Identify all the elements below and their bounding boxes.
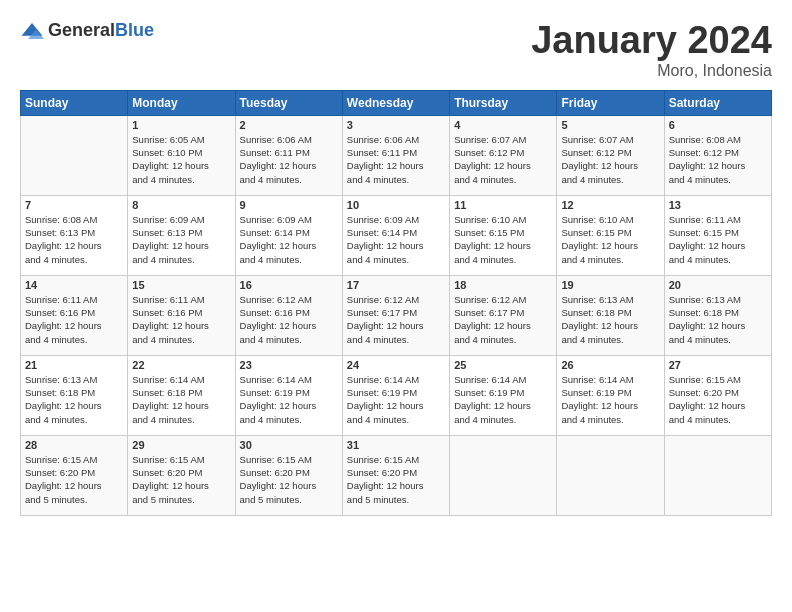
- day-info-line: Daylight: 12 hours: [347, 400, 424, 411]
- day-info-line: and 5 minutes.: [25, 494, 87, 505]
- day-info-line: and 4 minutes.: [454, 334, 516, 345]
- logo-icon: [20, 21, 44, 41]
- calendar-table: Sunday Monday Tuesday Wednesday Thursday…: [20, 90, 772, 516]
- day-info-line: Sunset: 6:11 PM: [347, 147, 417, 158]
- day-number: 2: [240, 119, 338, 131]
- day-number: 23: [240, 359, 338, 371]
- day-info-line: Sunrise: 6:10 AM: [561, 214, 633, 225]
- day-number: 12: [561, 199, 659, 211]
- title-block: January 2024 Moro, Indonesia: [531, 20, 772, 80]
- day-number: 6: [669, 119, 767, 131]
- day-info-line: Daylight: 12 hours: [454, 320, 531, 331]
- day-info-line: Sunrise: 6:14 AM: [347, 374, 419, 385]
- day-number: 17: [347, 279, 445, 291]
- day-info: Sunrise: 6:10 AMSunset: 6:15 PMDaylight:…: [454, 213, 552, 266]
- day-info-line: and 5 minutes.: [132, 494, 194, 505]
- day-info-line: Sunset: 6:20 PM: [132, 467, 202, 478]
- day-info-line: Sunrise: 6:15 AM: [347, 454, 419, 465]
- day-info-line: and 4 minutes.: [347, 334, 409, 345]
- day-info-line: Daylight: 12 hours: [132, 400, 209, 411]
- col-monday: Monday: [128, 90, 235, 115]
- day-info: Sunrise: 6:10 AMSunset: 6:15 PMDaylight:…: [561, 213, 659, 266]
- calendar-cell: 28Sunrise: 6:15 AMSunset: 6:20 PMDayligh…: [21, 435, 128, 515]
- day-info-line: Daylight: 12 hours: [561, 240, 638, 251]
- day-info: Sunrise: 6:08 AMSunset: 6:12 PMDaylight:…: [669, 133, 767, 186]
- day-info-line: and 4 minutes.: [132, 414, 194, 425]
- day-info: Sunrise: 6:12 AMSunset: 6:16 PMDaylight:…: [240, 293, 338, 346]
- calendar-cell: 7Sunrise: 6:08 AMSunset: 6:13 PMDaylight…: [21, 195, 128, 275]
- day-info-line: Sunset: 6:10 PM: [132, 147, 202, 158]
- logo: GeneralBlue: [20, 20, 154, 41]
- calendar-cell: 18Sunrise: 6:12 AMSunset: 6:17 PMDayligh…: [450, 275, 557, 355]
- calendar-cell: [557, 435, 664, 515]
- calendar-week-5: 28Sunrise: 6:15 AMSunset: 6:20 PMDayligh…: [21, 435, 772, 515]
- day-info-line: Sunrise: 6:12 AM: [240, 294, 312, 305]
- day-number: 28: [25, 439, 123, 451]
- day-info-line: and 5 minutes.: [240, 494, 302, 505]
- day-info-line: Sunset: 6:20 PM: [25, 467, 95, 478]
- day-info: Sunrise: 6:15 AMSunset: 6:20 PMDaylight:…: [132, 453, 230, 506]
- day-info-line: and 4 minutes.: [25, 334, 87, 345]
- day-info-line: Sunset: 6:16 PM: [240, 307, 310, 318]
- calendar-cell: 23Sunrise: 6:14 AMSunset: 6:19 PMDayligh…: [235, 355, 342, 435]
- day-number: 27: [669, 359, 767, 371]
- day-number: 18: [454, 279, 552, 291]
- day-number: 31: [347, 439, 445, 451]
- day-info: Sunrise: 6:14 AMSunset: 6:19 PMDaylight:…: [561, 373, 659, 426]
- day-info-line: Daylight: 12 hours: [561, 160, 638, 171]
- col-thursday: Thursday: [450, 90, 557, 115]
- day-info: Sunrise: 6:11 AMSunset: 6:16 PMDaylight:…: [25, 293, 123, 346]
- day-info-line: and 4 minutes.: [669, 254, 731, 265]
- calendar-cell: 5Sunrise: 6:07 AMSunset: 6:12 PMDaylight…: [557, 115, 664, 195]
- day-info-line: Sunrise: 6:15 AM: [669, 374, 741, 385]
- day-number: 10: [347, 199, 445, 211]
- day-info-line: Sunset: 6:13 PM: [25, 227, 95, 238]
- day-info: Sunrise: 6:14 AMSunset: 6:18 PMDaylight:…: [132, 373, 230, 426]
- day-info-line: Sunset: 6:13 PM: [132, 227, 202, 238]
- day-info-line: Daylight: 12 hours: [347, 320, 424, 331]
- calendar-cell: 1Sunrise: 6:05 AMSunset: 6:10 PMDaylight…: [128, 115, 235, 195]
- day-info-line: and 4 minutes.: [454, 254, 516, 265]
- day-info-line: Sunrise: 6:08 AM: [669, 134, 741, 145]
- calendar-cell: 9Sunrise: 6:09 AMSunset: 6:14 PMDaylight…: [235, 195, 342, 275]
- day-info-line: Sunset: 6:16 PM: [132, 307, 202, 318]
- day-number: 15: [132, 279, 230, 291]
- day-info: Sunrise: 6:06 AMSunset: 6:11 PMDaylight:…: [240, 133, 338, 186]
- col-wednesday: Wednesday: [342, 90, 449, 115]
- day-info-line: Daylight: 12 hours: [132, 160, 209, 171]
- day-info: Sunrise: 6:14 AMSunset: 6:19 PMDaylight:…: [240, 373, 338, 426]
- day-info-line: and 4 minutes.: [240, 334, 302, 345]
- day-number: 21: [25, 359, 123, 371]
- day-info-line: Sunrise: 6:11 AM: [669, 214, 741, 225]
- day-info-line: Sunrise: 6:07 AM: [454, 134, 526, 145]
- day-info-line: Sunrise: 6:15 AM: [25, 454, 97, 465]
- day-info-line: Sunrise: 6:11 AM: [25, 294, 97, 305]
- day-info-line: and 5 minutes.: [347, 494, 409, 505]
- day-info-line: Sunrise: 6:12 AM: [454, 294, 526, 305]
- day-info-line: Sunrise: 6:15 AM: [240, 454, 312, 465]
- logo-general: General: [48, 20, 115, 40]
- calendar-cell: 14Sunrise: 6:11 AMSunset: 6:16 PMDayligh…: [21, 275, 128, 355]
- calendar-body: 1Sunrise: 6:05 AMSunset: 6:10 PMDaylight…: [21, 115, 772, 515]
- logo-blue: Blue: [115, 20, 154, 40]
- day-info-line: Sunrise: 6:14 AM: [454, 374, 526, 385]
- day-info-line: Sunset: 6:19 PM: [240, 387, 310, 398]
- day-info-line: Daylight: 12 hours: [25, 480, 102, 491]
- day-number: 8: [132, 199, 230, 211]
- day-info-line: Sunset: 6:18 PM: [561, 307, 631, 318]
- day-info-line: Sunrise: 6:13 AM: [669, 294, 741, 305]
- day-number: 1: [132, 119, 230, 131]
- day-info-line: Daylight: 12 hours: [240, 480, 317, 491]
- calendar-week-1: 1Sunrise: 6:05 AMSunset: 6:10 PMDaylight…: [21, 115, 772, 195]
- day-info-line: Sunrise: 6:11 AM: [132, 294, 204, 305]
- day-number: 7: [25, 199, 123, 211]
- day-info: Sunrise: 6:15 AMSunset: 6:20 PMDaylight:…: [240, 453, 338, 506]
- col-saturday: Saturday: [664, 90, 771, 115]
- day-info-line: and 4 minutes.: [240, 414, 302, 425]
- day-info-line: and 4 minutes.: [561, 414, 623, 425]
- day-info: Sunrise: 6:06 AMSunset: 6:11 PMDaylight:…: [347, 133, 445, 186]
- col-tuesday: Tuesday: [235, 90, 342, 115]
- day-number: 13: [669, 199, 767, 211]
- day-info-line: Sunset: 6:20 PM: [347, 467, 417, 478]
- day-info-line: Daylight: 12 hours: [132, 320, 209, 331]
